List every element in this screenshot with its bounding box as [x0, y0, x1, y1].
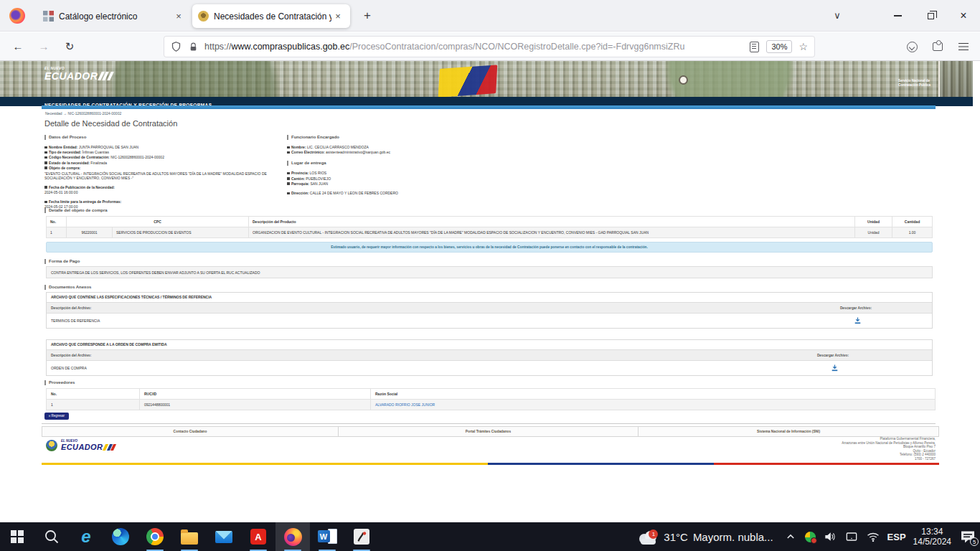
tab-catalogo-electronico[interactable]: Catálogo electrónico ×: [37, 4, 191, 28]
table-row: 1 0921448800001 ALVARADO RIOFRIO JOSE JU…: [47, 400, 936, 410]
breadcrumb: Necesidad → NIC-1260028860001-2024-00002: [45, 111, 121, 116]
ecuador-header-logo: EL NUEVO ECUADOR: [44, 66, 112, 82]
section-title: Lugar de entrega: [287, 161, 531, 166]
weather-widget[interactable]: 1 31°C Mayorm. nubla...: [637, 529, 773, 545]
weather-condition: Mayorm. nubla...: [693, 531, 773, 543]
coat-of-arms-icon: [46, 440, 57, 451]
bookmark-star-icon[interactable]: ☆: [798, 41, 808, 52]
clock-tower-detail: [679, 75, 688, 85]
sercop-caption: Servicio Nacional de Contratación Públic…: [898, 79, 940, 87]
anexo-titulo: ARCHIVO QUE CONTIENE LAS ESPECIFICACIONE…: [47, 293, 932, 302]
barcode-icon: [44, 156, 47, 159]
tray-chevron-up-icon[interactable]: [783, 529, 798, 544]
tablet-mode-icon[interactable]: [844, 529, 859, 544]
forma-pago-text: CONTRA ENTREGA DE LOS SERVICIOS, LOS OFE…: [46, 266, 933, 278]
clock-widget[interactable]: 13:34 14/5/2024: [913, 527, 951, 547]
windows-logo-icon: [11, 530, 24, 543]
back-button[interactable]: ←: [7, 36, 29, 57]
tab-necesidades-contratacion[interactable]: Necesidades de Contratación y ×: [192, 4, 350, 28]
firefox-logo-icon[interactable]: [9, 8, 25, 24]
dato-codigo-necesidad: Código Necesidad de Contratación: NIC-12…: [44, 155, 287, 160]
weather-temp: 31°C: [664, 531, 688, 543]
header-photo-banner-right: [938, 61, 973, 97]
taskbar-word[interactable]: W: [310, 522, 344, 551]
minimize-button[interactable]: [881, 0, 914, 32]
taskbar-acrobat[interactable]: A: [241, 522, 275, 551]
section-title: Funcionario Encargado: [287, 135, 531, 140]
time: 13:34: [913, 527, 951, 537]
url-bar[interactable]: https://www.compraspublicas.gob.ec/Proce…: [164, 36, 815, 57]
restore-button[interactable]: [914, 0, 947, 32]
close-button[interactable]: ×: [947, 0, 980, 32]
funcionario-nombre: Nombre: LIC. CECILIA CARRASCO MENDOZA: [287, 145, 531, 150]
status-icon: [44, 161, 47, 164]
dato-nombre-entidad: Nombre Entidad: JUNTA PARROQUIAL DE SAN …: [44, 145, 287, 150]
footer-link-tramites[interactable]: Portal Trámites Ciudadanos: [339, 426, 639, 437]
page-content: Necesidad → NIC-1260028860001-2024-00002…: [42, 105, 936, 479]
zoom-level-indicator[interactable]: 30%: [766, 40, 792, 53]
taskbar-java[interactable]: [344, 522, 379, 551]
archivo-descripcion-value: ORDEN DE COMPRA: [51, 366, 87, 370]
start-button[interactable]: [0, 522, 34, 551]
anexo-titulo: ARCHIVO QUE CORRESPONDE A LA ORDEN DE CO…: [47, 340, 932, 349]
wifi-icon[interactable]: [866, 529, 880, 544]
map-pin-icon: [287, 172, 290, 175]
browser-titlebar: Catálogo electrónico × Necesidades de Co…: [0, 0, 980, 32]
taskbar-edge[interactable]: [103, 522, 138, 551]
search-icon: [43, 528, 60, 545]
taskbar-file-explorer[interactable]: [172, 522, 207, 551]
internet-explorer-icon: e: [81, 528, 90, 545]
date: 14/5/2024: [913, 537, 951, 547]
footer-divider: [42, 423, 936, 424]
extensions-puzzle-icon[interactable]: [928, 37, 947, 56]
mail-envelope-icon: [215, 531, 232, 543]
taskbar-chrome[interactable]: [138, 522, 172, 551]
taskbar-mail[interactable]: [207, 522, 241, 551]
url-text[interactable]: https://www.compraspublicas.gob.ec/Proce…: [204, 42, 750, 52]
tab-title: Necesidades de Contratación y: [214, 11, 331, 22]
browser-navbar: ← → ↻ https://www.compraspublicas.gob.ec…: [0, 32, 980, 61]
action-center-button[interactable]: 5: [958, 527, 977, 546]
reader-view-icon[interactable]: [750, 42, 759, 52]
footer-link-sni[interactable]: Sistema Nacional de Información (SNI): [639, 426, 939, 437]
regresar-button[interactable]: « Regresar: [44, 413, 69, 420]
archivo-descripcion-value: TERMINOS DE REFERENCIA: [51, 319, 100, 323]
proveedores-table: No. RUC/ID Razón Social 1 0921448800001 …: [46, 388, 936, 410]
proveedor-link[interactable]: ALVARADO RIOFRIO JOSE JUNIOR: [371, 400, 936, 410]
tab-close-icon[interactable]: ×: [172, 11, 185, 22]
speaker-icon[interactable]: [823, 529, 837, 544]
proveedores-section-title: Proveedores: [44, 380, 75, 385]
url-scheme: https://: [204, 42, 232, 52]
ecuador-flag-image: [438, 65, 498, 97]
antivirus-tray-icon[interactable]: [805, 532, 816, 542]
lugar-provincia: Provincia: LOS RIOS: [287, 171, 531, 176]
search-button[interactable]: [34, 522, 69, 551]
objeto-compra-text: "EVENTO CULTURAL - INTEGRACIÓN SOCIAL RE…: [44, 171, 285, 181]
lugar-canton: Cantón: PUEBLOVIEJO: [287, 176, 531, 182]
download-icon[interactable]: [854, 316, 862, 325]
tracking-shield-icon[interactable]: [171, 41, 182, 52]
dato-objeto-compra-label: Objeto de compra:: [44, 166, 287, 171]
descargar-archivo-label: Descargar Archivo:: [817, 350, 849, 362]
list-icon: [44, 166, 47, 169]
tab-close-icon[interactable]: ×: [331, 11, 344, 22]
java-duke-icon: [354, 529, 369, 545]
footer-link-contacto[interactable]: Contacto Ciudadano: [42, 426, 339, 437]
word-icon: W: [318, 528, 337, 545]
taskbar-firefox[interactable]: [275, 522, 310, 551]
tab-list-chevron-icon[interactable]: ∨: [828, 7, 847, 24]
map-pin-icon: [287, 182, 290, 185]
screen: Catálogo electrónico × Necesidades de Co…: [0, 0, 980, 551]
pocket-icon[interactable]: [903, 37, 921, 56]
objeto-compra-table: No. CPC Descripción del Producto Unidad …: [46, 216, 933, 238]
footer-tricolor-bar: [42, 463, 939, 465]
menu-hamburger-icon[interactable]: [954, 37, 973, 56]
map-pin-icon: [287, 177, 290, 180]
new-tab-button[interactable]: +: [359, 7, 376, 24]
forward-button[interactable]: →: [33, 36, 55, 57]
taskbar-internet-explorer[interactable]: e: [69, 522, 103, 551]
download-icon[interactable]: [831, 364, 839, 372]
language-indicator[interactable]: ESP: [887, 532, 906, 542]
lock-icon[interactable]: [189, 42, 198, 52]
reload-button[interactable]: ↻: [59, 36, 80, 57]
